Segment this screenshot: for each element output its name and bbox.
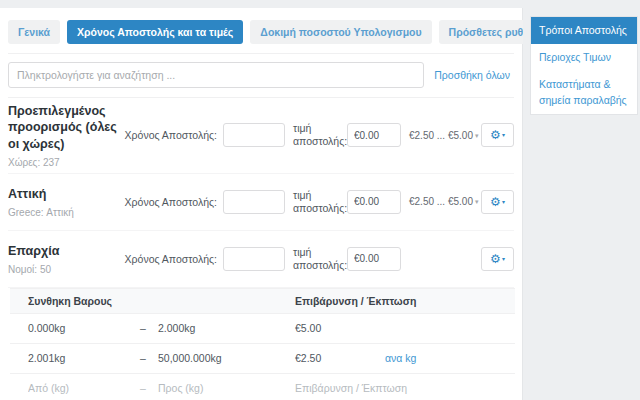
weight-conditions-table: Συνθηκη Βαρους Επιβάρυνση / Έκπτωση 0.00… — [10, 288, 515, 400]
main-panel: Γενικά Χρόνος Αποστολής και τα τιμές Δοκ… — [0, 8, 523, 400]
table-row: 2.001kg – 50,000.000kg €2.50 ανα kg — [10, 344, 515, 374]
fee-value: €5.00 — [295, 322, 385, 334]
shipping-price-input[interactable] — [347, 247, 401, 271]
destination-title: Προεπιλεγμένος προορισμός (όλες οι χώρες… — [8, 103, 125, 152]
per-kg-link[interactable]: ανα kg — [385, 352, 515, 364]
tab-shipping-time-prices[interactable]: Χρόνος Αποστολής και τα τιμές — [67, 20, 243, 44]
tab-rate-test[interactable]: Δοκιμή ποσοστού Υπολογισμου — [250, 20, 431, 44]
gear-icon: ⚙ — [490, 196, 501, 208]
tab-bar: Γενικά Χρόνος Αποστολής και τα τιμές Δοκ… — [8, 20, 514, 54]
shipping-price-label: τιμή αποστολής: — [293, 246, 341, 272]
range-dash: – — [140, 382, 158, 394]
surcharge-header: Επιβάρυνση / Έκπτωση — [295, 295, 515, 307]
destination-controls: Χρόνος Αποστολής: τιμή αποστολής: €2.50 … — [125, 189, 514, 215]
price-range-text: €2.50 ... €5.00 — [409, 196, 473, 207]
range-dash: – — [140, 352, 158, 364]
weight-to-input[interactable] — [158, 382, 288, 394]
surcharge-input[interactable] — [295, 382, 504, 394]
price-range-dropdown[interactable]: €2.50 ... €5.00▾ — [409, 130, 473, 141]
destination-subtitle: Greece: Αττική — [8, 207, 125, 218]
weight-table-header: Συνθηκη Βαρους Επιβάρυνση / Έκπτωση — [10, 288, 515, 314]
add-all-link[interactable]: Προσθήκη όλων — [434, 69, 514, 81]
price-range-text: €2.50 ... €5.00 — [409, 130, 473, 141]
destination-title: Αττική — [8, 186, 125, 202]
price-range-dropdown[interactable]: €2.50 ... €5.00▾ — [409, 196, 473, 207]
sidebar-item-stores-pickup-points[interactable]: Καταστήματα & σημεία παραλαβής — [531, 71, 637, 113]
destination-row: Αττική Greece: Αττική Χρόνος Αποστολής: … — [8, 174, 514, 231]
destination-subtitle: Νομοί: 50 — [8, 264, 125, 275]
shipping-price-label: τιμή αποστολής: — [293, 122, 341, 148]
fee-value: €2.50 — [295, 352, 385, 364]
destination-subtitle: Χώρες: 237 — [8, 157, 125, 168]
search-bar: Προσθήκη όλων — [8, 54, 514, 98]
chevron-down-icon: ▾ — [475, 132, 479, 139]
table-row-new-condition: – — [10, 374, 515, 400]
shipping-time-label: Χρόνος Αποστολής: — [125, 129, 217, 141]
destination-info: Προεπιλεγμένος προορισμός (όλες οι χώρες… — [8, 103, 125, 168]
destination-title: Επαρχία — [8, 243, 125, 259]
weight-from-input[interactable] — [28, 382, 134, 394]
shipping-price-label: τιμή αποστολής: — [293, 189, 341, 215]
weight-to: 50,000.000kg — [158, 352, 295, 364]
shipping-time-input[interactable] — [223, 190, 285, 214]
gear-icon: ⚙ — [490, 129, 501, 141]
shipping-price-input[interactable] — [347, 190, 401, 214]
table-row: 0.000kg – 2.000kg €5.00 — [10, 314, 515, 344]
shipping-price-input[interactable] — [347, 123, 401, 147]
weight-from: 2.001kg — [28, 352, 140, 364]
caret-down-icon: ▾ — [502, 256, 505, 262]
range-dash: – — [140, 322, 158, 334]
tab-general[interactable]: Γενικά — [8, 20, 60, 44]
top-strip — [0, 0, 640, 8]
destination-controls: Χρόνος Αποστολής: τιμή αποστολής: €2.50 … — [125, 122, 514, 148]
weight-from: 0.000kg — [28, 322, 140, 334]
destination-info: Αττική Greece: Αττική — [8, 186, 125, 218]
chevron-down-icon: ▾ — [475, 198, 479, 205]
destination-row: Προεπιλεγμένος προορισμός (όλες οι χώρες… — [8, 98, 514, 174]
sidebar-item-shipping-methods[interactable]: Τρόποι Αποστολής — [531, 17, 637, 44]
caret-down-icon: ▾ — [502, 199, 505, 205]
caret-down-icon: ▾ — [502, 132, 505, 138]
shipping-time-label: Χρόνος Αποστολής: — [125, 253, 217, 265]
right-panel: Τρόποι Αποστολής Περιοχες Τιμων Καταστήμ… — [523, 8, 640, 400]
destination-row: Επαρχία Νομοί: 50 Χρόνος Αποστολής: τιμή… — [8, 231, 514, 288]
content-row: Γενικά Χρόνος Αποστολής και τα τιμές Δοκ… — [0, 8, 640, 400]
weight-condition-header: Συνθηκη Βαρους — [28, 295, 295, 307]
search-input[interactable] — [8, 62, 424, 88]
settings-gear-button[interactable]: ⚙ ▾ — [481, 247, 514, 271]
sidebar-nav: Τρόποι Αποστολής Περιοχες Τιμων Καταστήμ… — [530, 16, 638, 115]
destination-controls: Χρόνος Αποστολής: τιμή αποστολής: ⚙ ▾ — [125, 246, 514, 272]
destination-info: Επαρχία Νομοί: 50 — [8, 243, 125, 275]
weight-to: 2.000kg — [158, 322, 295, 334]
gear-icon: ⚙ — [490, 253, 501, 265]
shipping-time-label: Χρόνος Αποστολής: — [125, 196, 217, 208]
settings-gear-button[interactable]: ⚙ ▾ — [481, 190, 514, 214]
shipping-time-input[interactable] — [223, 247, 285, 271]
sidebar-item-price-zones[interactable]: Περιοχες Τιμων — [531, 44, 637, 71]
settings-gear-button[interactable]: ⚙ ▾ — [481, 123, 514, 147]
shipping-time-input[interactable] — [223, 123, 285, 147]
